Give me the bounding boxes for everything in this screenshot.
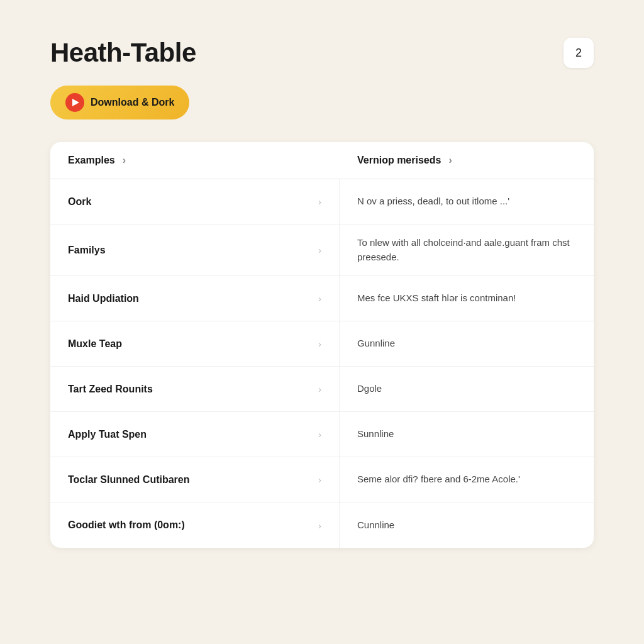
row-value-4: Dgole (357, 382, 382, 396)
row-label-7: Goodiet wth from (0om:) (68, 519, 308, 531)
row-left-6: Toclar Slunned Cutibaren › (50, 457, 340, 502)
row-right-6: Seme alor dfi? fbere and 6-2me Acole.' (340, 457, 594, 502)
row-value-3: Gunnline (357, 336, 395, 351)
row-left-4: Tart Zeed Rounits › (50, 367, 340, 411)
page-title: Heath-Table (50, 38, 196, 68)
row-value-0: N ov a priess, deadl, to out itlome ...' (357, 194, 509, 209)
row-label-5: Apply Tuat Spen (68, 429, 308, 440)
verniop-chevron-icon: › (448, 155, 452, 166)
verniop-header: Verniop meriseds (357, 155, 441, 166)
download-dork-label: Download & Dork (91, 97, 174, 108)
row-right-5: Sunnline (340, 412, 594, 457)
row-chevron-icon-6: › (318, 474, 321, 485)
row-value-2: Mes fce UKXS staft hlər is contminan! (357, 291, 516, 306)
row-chevron-icon-0: › (318, 196, 321, 207)
play-icon (65, 93, 84, 112)
row-right-1: To nlew with all cholceind·and aale.guan… (340, 225, 594, 275)
row-right-4: Dgole (340, 367, 594, 411)
row-chevron-icon-1: › (318, 245, 321, 255)
row-right-3: Gunnline (340, 321, 594, 366)
download-dork-button[interactable]: Download & Dork (50, 86, 189, 119)
row-left-7: Goodiet wth from (0om:) › (50, 502, 340, 548)
row-label-2: Haid Updiation (68, 293, 308, 304)
row-left-3: Muxle Teap › (50, 321, 340, 366)
row-right-0: N ov a priess, deadl, to out itlome ...' (340, 179, 594, 224)
table-row[interactable]: Apply Tuat Spen › Sunnline (50, 412, 594, 457)
examples-chevron-icon: › (123, 155, 126, 166)
page-container: Heath-Table 2 Download & Dork Examples ›… (50, 38, 594, 548)
page-number: 2 (564, 38, 594, 68)
col-left-header: Examples › (68, 155, 357, 166)
row-left-0: Oork › (50, 179, 340, 224)
row-label-0: Oork (68, 196, 308, 208)
row-value-5: Sunnline (357, 427, 394, 441)
col-right-header: Verniop meriseds › (357, 155, 576, 166)
row-chevron-icon-3: › (318, 338, 321, 349)
table-row[interactable]: Tart Zeed Rounits › Dgole (50, 367, 594, 412)
table-row[interactable]: Goodiet wth from (0om:) › Cunnline (50, 502, 594, 548)
table-row[interactable]: Haid Updiation › Mes fce UKXS staft hlər… (50, 276, 594, 321)
row-chevron-icon-4: › (318, 384, 321, 394)
row-label-4: Tart Zeed Rounits (68, 384, 308, 395)
row-label-3: Muxle Teap (68, 338, 308, 350)
examples-header: Examples (68, 155, 115, 166)
row-value-1: To nlew with all cholceind·and aale.guan… (357, 236, 576, 264)
table-row[interactable]: Muxle Teap › Gunnline (50, 321, 594, 367)
row-chevron-icon-7: › (318, 520, 321, 531)
table-row[interactable]: Oork › N ov a priess, deadl, to out itlo… (50, 179, 594, 225)
table-row[interactable]: Familys › To nlew with all cholceind·and… (50, 225, 594, 276)
row-right-7: Cunnline (340, 502, 594, 548)
row-label-6: Toclar Slunned Cutibaren (68, 474, 308, 486)
page-header: Heath-Table 2 (50, 38, 594, 68)
row-left-1: Familys › (50, 225, 340, 275)
play-triangle-icon (72, 99, 79, 106)
row-value-7: Cunnline (357, 518, 394, 533)
row-right-2: Mes fce UKXS staft hlər is contminan! (340, 276, 594, 321)
row-chevron-icon-2: › (318, 293, 321, 304)
row-label-1: Familys (68, 245, 308, 256)
main-table: Examples › Verniop meriseds › Oork › N o… (50, 142, 594, 548)
table-header: Examples › Verniop meriseds › (50, 142, 594, 179)
row-left-5: Apply Tuat Spen › (50, 412, 340, 457)
row-value-6: Seme alor dfi? fbere and 6-2me Acole.' (357, 472, 520, 487)
row-left-2: Haid Updiation › (50, 276, 340, 321)
row-chevron-icon-5: › (318, 429, 321, 440)
table-rows-container: Oork › N ov a priess, deadl, to out itlo… (50, 179, 594, 548)
table-row[interactable]: Toclar Slunned Cutibaren › Seme alor dfi… (50, 457, 594, 502)
